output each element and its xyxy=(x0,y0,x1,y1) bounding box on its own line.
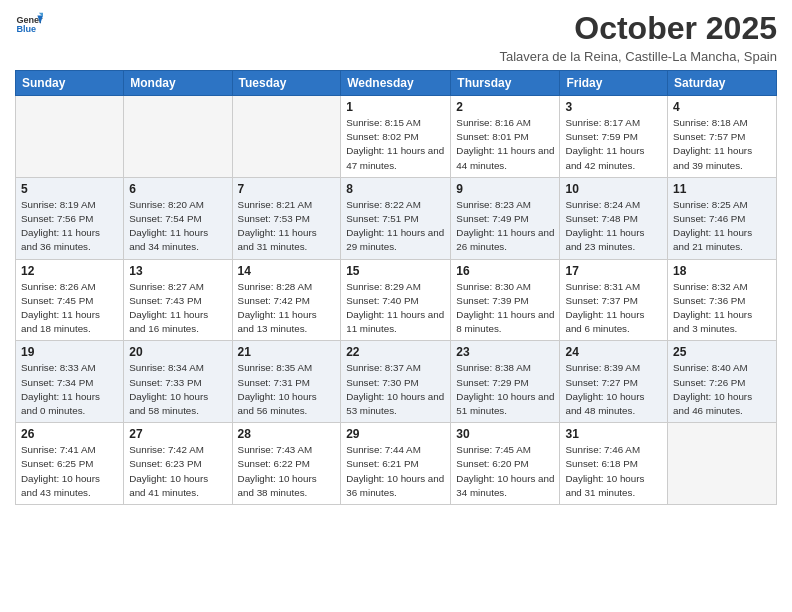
table-row: 7Sunrise: 8:21 AM Sunset: 7:53 PM Daylig… xyxy=(232,177,341,259)
day-number: 18 xyxy=(673,264,771,278)
col-monday: Monday xyxy=(124,71,232,96)
table-row: 12Sunrise: 8:26 AM Sunset: 7:45 PM Dayli… xyxy=(16,259,124,341)
day-info: Sunrise: 8:21 AM Sunset: 7:53 PM Dayligh… xyxy=(238,198,336,255)
day-number: 14 xyxy=(238,264,336,278)
day-number: 3 xyxy=(565,100,662,114)
day-number: 5 xyxy=(21,182,118,196)
day-info: Sunrise: 8:40 AM Sunset: 7:26 PM Dayligh… xyxy=(673,361,771,418)
table-row: 2Sunrise: 8:16 AM Sunset: 8:01 PM Daylig… xyxy=(451,96,560,178)
col-saturday: Saturday xyxy=(668,71,777,96)
table-row: 9Sunrise: 8:23 AM Sunset: 7:49 PM Daylig… xyxy=(451,177,560,259)
col-tuesday: Tuesday xyxy=(232,71,341,96)
day-info: Sunrise: 8:39 AM Sunset: 7:27 PM Dayligh… xyxy=(565,361,662,418)
day-number: 12 xyxy=(21,264,118,278)
day-number: 13 xyxy=(129,264,226,278)
calendar-week-row: 12Sunrise: 8:26 AM Sunset: 7:45 PM Dayli… xyxy=(16,259,777,341)
day-info: Sunrise: 8:31 AM Sunset: 7:37 PM Dayligh… xyxy=(565,280,662,337)
table-row: 8Sunrise: 8:22 AM Sunset: 7:51 PM Daylig… xyxy=(341,177,451,259)
table-row: 6Sunrise: 8:20 AM Sunset: 7:54 PM Daylig… xyxy=(124,177,232,259)
day-number: 1 xyxy=(346,100,445,114)
day-number: 7 xyxy=(238,182,336,196)
page: General Blue October 2025 Talavera de la… xyxy=(0,0,792,612)
day-info: Sunrise: 8:35 AM Sunset: 7:31 PM Dayligh… xyxy=(238,361,336,418)
day-info: Sunrise: 8:20 AM Sunset: 7:54 PM Dayligh… xyxy=(129,198,226,255)
day-info: Sunrise: 8:16 AM Sunset: 8:01 PM Dayligh… xyxy=(456,116,554,173)
day-number: 17 xyxy=(565,264,662,278)
day-info: Sunrise: 7:46 AM Sunset: 6:18 PM Dayligh… xyxy=(565,443,662,500)
day-number: 21 xyxy=(238,345,336,359)
table-row: 18Sunrise: 8:32 AM Sunset: 7:36 PM Dayli… xyxy=(668,259,777,341)
day-info: Sunrise: 8:15 AM Sunset: 8:02 PM Dayligh… xyxy=(346,116,445,173)
table-row: 4Sunrise: 8:18 AM Sunset: 7:57 PM Daylig… xyxy=(668,96,777,178)
table-row: 3Sunrise: 8:17 AM Sunset: 7:59 PM Daylig… xyxy=(560,96,668,178)
day-info: Sunrise: 8:26 AM Sunset: 7:45 PM Dayligh… xyxy=(21,280,118,337)
day-info: Sunrise: 8:23 AM Sunset: 7:49 PM Dayligh… xyxy=(456,198,554,255)
col-friday: Friday xyxy=(560,71,668,96)
day-info: Sunrise: 8:18 AM Sunset: 7:57 PM Dayligh… xyxy=(673,116,771,173)
day-number: 25 xyxy=(673,345,771,359)
calendar-week-row: 5Sunrise: 8:19 AM Sunset: 7:56 PM Daylig… xyxy=(16,177,777,259)
day-info: Sunrise: 8:28 AM Sunset: 7:42 PM Dayligh… xyxy=(238,280,336,337)
svg-text:Blue: Blue xyxy=(16,24,36,34)
day-info: Sunrise: 8:25 AM Sunset: 7:46 PM Dayligh… xyxy=(673,198,771,255)
table-row: 21Sunrise: 8:35 AM Sunset: 7:31 PM Dayli… xyxy=(232,341,341,423)
day-info: Sunrise: 7:43 AM Sunset: 6:22 PM Dayligh… xyxy=(238,443,336,500)
month-title: October 2025 xyxy=(500,10,778,47)
day-info: Sunrise: 8:17 AM Sunset: 7:59 PM Dayligh… xyxy=(565,116,662,173)
day-info: Sunrise: 8:33 AM Sunset: 7:34 PM Dayligh… xyxy=(21,361,118,418)
calendar-week-row: 26Sunrise: 7:41 AM Sunset: 6:25 PM Dayli… xyxy=(16,423,777,505)
table-row: 30Sunrise: 7:45 AM Sunset: 6:20 PM Dayli… xyxy=(451,423,560,505)
day-number: 19 xyxy=(21,345,118,359)
table-row: 5Sunrise: 8:19 AM Sunset: 7:56 PM Daylig… xyxy=(16,177,124,259)
day-info: Sunrise: 8:19 AM Sunset: 7:56 PM Dayligh… xyxy=(21,198,118,255)
day-number: 24 xyxy=(565,345,662,359)
table-row: 27Sunrise: 7:42 AM Sunset: 6:23 PM Dayli… xyxy=(124,423,232,505)
day-number: 27 xyxy=(129,427,226,441)
table-row: 16Sunrise: 8:30 AM Sunset: 7:39 PM Dayli… xyxy=(451,259,560,341)
day-number: 15 xyxy=(346,264,445,278)
table-row xyxy=(668,423,777,505)
calendar-table: Sunday Monday Tuesday Wednesday Thursday… xyxy=(15,70,777,505)
table-row: 28Sunrise: 7:43 AM Sunset: 6:22 PM Dayli… xyxy=(232,423,341,505)
day-info: Sunrise: 7:41 AM Sunset: 6:25 PM Dayligh… xyxy=(21,443,118,500)
table-row: 25Sunrise: 8:40 AM Sunset: 7:26 PM Dayli… xyxy=(668,341,777,423)
table-row: 17Sunrise: 8:31 AM Sunset: 7:37 PM Dayli… xyxy=(560,259,668,341)
day-info: Sunrise: 8:30 AM Sunset: 7:39 PM Dayligh… xyxy=(456,280,554,337)
table-row: 14Sunrise: 8:28 AM Sunset: 7:42 PM Dayli… xyxy=(232,259,341,341)
table-row xyxy=(232,96,341,178)
table-row: 29Sunrise: 7:44 AM Sunset: 6:21 PM Dayli… xyxy=(341,423,451,505)
day-number: 20 xyxy=(129,345,226,359)
day-number: 26 xyxy=(21,427,118,441)
day-number: 2 xyxy=(456,100,554,114)
day-info: Sunrise: 7:42 AM Sunset: 6:23 PM Dayligh… xyxy=(129,443,226,500)
day-number: 6 xyxy=(129,182,226,196)
table-row: 11Sunrise: 8:25 AM Sunset: 7:46 PM Dayli… xyxy=(668,177,777,259)
day-number: 16 xyxy=(456,264,554,278)
day-info: Sunrise: 7:45 AM Sunset: 6:20 PM Dayligh… xyxy=(456,443,554,500)
day-number: 8 xyxy=(346,182,445,196)
calendar-week-row: 1Sunrise: 8:15 AM Sunset: 8:02 PM Daylig… xyxy=(16,96,777,178)
table-row: 26Sunrise: 7:41 AM Sunset: 6:25 PM Dayli… xyxy=(16,423,124,505)
calendar-week-row: 19Sunrise: 8:33 AM Sunset: 7:34 PM Dayli… xyxy=(16,341,777,423)
calendar-header-row: Sunday Monday Tuesday Wednesday Thursday… xyxy=(16,71,777,96)
day-number: 10 xyxy=(565,182,662,196)
day-number: 30 xyxy=(456,427,554,441)
day-info: Sunrise: 8:37 AM Sunset: 7:30 PM Dayligh… xyxy=(346,361,445,418)
table-row: 22Sunrise: 8:37 AM Sunset: 7:30 PM Dayli… xyxy=(341,341,451,423)
table-row xyxy=(16,96,124,178)
table-row: 23Sunrise: 8:38 AM Sunset: 7:29 PM Dayli… xyxy=(451,341,560,423)
day-number: 23 xyxy=(456,345,554,359)
table-row: 13Sunrise: 8:27 AM Sunset: 7:43 PM Dayli… xyxy=(124,259,232,341)
table-row xyxy=(124,96,232,178)
table-row: 31Sunrise: 7:46 AM Sunset: 6:18 PM Dayli… xyxy=(560,423,668,505)
title-area: October 2025 Talavera de la Reina, Casti… xyxy=(500,10,778,64)
day-number: 9 xyxy=(456,182,554,196)
table-row: 20Sunrise: 8:34 AM Sunset: 7:33 PM Dayli… xyxy=(124,341,232,423)
col-thursday: Thursday xyxy=(451,71,560,96)
table-row: 10Sunrise: 8:24 AM Sunset: 7:48 PM Dayli… xyxy=(560,177,668,259)
day-number: 31 xyxy=(565,427,662,441)
day-number: 11 xyxy=(673,182,771,196)
table-row: 1Sunrise: 8:15 AM Sunset: 8:02 PM Daylig… xyxy=(341,96,451,178)
day-info: Sunrise: 7:44 AM Sunset: 6:21 PM Dayligh… xyxy=(346,443,445,500)
day-info: Sunrise: 8:27 AM Sunset: 7:43 PM Dayligh… xyxy=(129,280,226,337)
